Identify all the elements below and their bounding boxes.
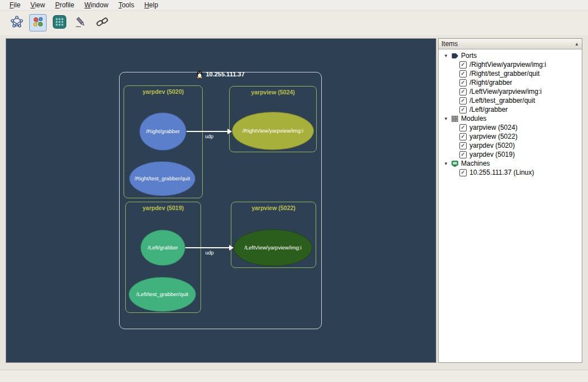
tree-item-label: yarpview (5024) <box>470 124 517 131</box>
modules-group-icon <box>451 115 459 122</box>
link-icon <box>95 15 109 30</box>
tree-item-label: /Left/test_grabber/quit <box>470 97 535 104</box>
tree-item-label: 10.255.111.37 (Linux) <box>470 169 534 176</box>
tree-item-port[interactable]: ✓ /Left/test_grabber/quit <box>439 96 582 105</box>
tree-item-module[interactable]: ✓ yarpview (5024) <box>439 123 582 132</box>
menu-view[interactable]: View <box>25 0 50 11</box>
checkbox[interactable]: ✓ <box>459 70 467 78</box>
tree-item-port[interactable]: ✓ /RightView/yarpview/img:i <box>439 60 582 69</box>
menu-help[interactable]: Help <box>139 0 163 11</box>
port-label: /Left/grabber <box>148 245 178 251</box>
sort-arrow-icon[interactable]: ▲ <box>575 42 579 47</box>
edit-pen-icon <box>74 15 88 30</box>
machines-group-icon <box>451 160 459 167</box>
connection-protocol: udp <box>185 250 234 256</box>
ports-group-icon <box>451 52 459 60</box>
tree-item-label: yarpdev (5020) <box>470 142 515 149</box>
tree-item-label: /Right/test_grabber/quit <box>470 70 540 78</box>
tree-item-label: /Right/grabber <box>470 79 512 87</box>
tree-item-port[interactable]: ✓ /Right/test_grabber/quit <box>439 69 582 78</box>
port-node-rightview-img[interactable]: /RightView/yarpview/img:i <box>232 112 314 150</box>
network-graph-button[interactable] <box>8 14 25 31</box>
subgraph-icon <box>52 15 67 31</box>
checkbox[interactable]: ✓ <box>459 124 467 131</box>
tree-item-label: /RightView/yarpview/img:i <box>470 61 546 69</box>
port-node-right-grabber[interactable]: /Right/grabber <box>139 112 186 151</box>
tree-group-label: Modules <box>461 115 486 122</box>
machine-title: 10.255.111.37 <box>120 69 321 79</box>
checkbox[interactable]: ✓ <box>459 88 467 96</box>
app-window: File View Profile Window Tools Help <box>0 0 588 382</box>
tree-item-module[interactable]: ✓ yarpview (5022) <box>439 132 582 141</box>
checkbox[interactable]: ✓ <box>459 169 467 176</box>
port-node-right-test-grabber-quit[interactable]: /Right/test_grabber/quit <box>129 161 195 196</box>
tree-item-label: yarpview (5022) <box>470 133 517 140</box>
port-label: /Right/test_grabber/quit <box>135 176 190 181</box>
tree-group-ports[interactable]: ▼ Ports <box>439 51 582 60</box>
port-node-left-grabber[interactable]: /Left/grabber <box>140 230 185 266</box>
linux-tux-icon <box>196 70 203 79</box>
colored-cluster-icon <box>31 15 45 30</box>
tree-item-port[interactable]: ✓ /LeftView/yarpview/img:i <box>439 87 582 96</box>
checkbox[interactable]: ✓ <box>459 97 467 104</box>
port-node-left-test-grabber-quit[interactable]: /Left/test_grabber/quit <box>129 277 196 312</box>
port-label: /RightView/yarpview/img:i <box>243 128 303 134</box>
module-title: yarpdev (5020) <box>124 88 202 95</box>
port-label: /LeftView/yarpview/img:i <box>244 245 302 251</box>
port-label: /Right/grabber <box>146 129 180 134</box>
connection-protocol: udp <box>186 134 232 139</box>
items-panel-header[interactable]: Items ▲ <box>439 39 582 49</box>
connection-left[interactable]: udp <box>185 245 234 257</box>
items-panel-title: Items <box>441 40 575 48</box>
connection-line <box>186 131 229 132</box>
tree-group-label: Machines <box>461 160 490 167</box>
subgraph-button[interactable] <box>51 14 68 31</box>
tree-item-port[interactable]: ✓ /Left/grabber <box>439 105 582 114</box>
tree-item-machine[interactable]: ✓ 10.255.111.37 (Linux) <box>439 168 582 177</box>
items-panel: Items ▲ ▼ Ports ✓ /RightView/yarpview/im… <box>438 38 582 363</box>
tree-item-port[interactable]: ✓ /Right/grabber <box>439 78 582 87</box>
colored-cluster-button[interactable] <box>29 14 47 31</box>
menubar: File View Profile Window Tools Help <box>0 0 588 11</box>
module-title: yarpdev (5019) <box>126 204 200 211</box>
tree-item-label: yarpdev (5019) <box>470 151 515 158</box>
tree-item-module[interactable]: ✓ yarpdev (5019) <box>439 150 582 159</box>
expander-icon[interactable]: ▼ <box>443 161 449 166</box>
module-title: yarpview (5024) <box>230 89 316 96</box>
statusbar <box>0 370 588 382</box>
expander-icon[interactable]: ▼ <box>443 53 449 58</box>
checkbox[interactable]: ✓ <box>459 151 467 158</box>
tree-item-label: /Left/grabber <box>470 106 508 113</box>
checkbox[interactable]: ✓ <box>459 142 467 149</box>
checkbox[interactable]: ✓ <box>459 79 467 87</box>
machine-label: 10.255.111.37 <box>206 71 244 78</box>
graph-canvas[interactable]: 10.255.111.37 yarpdev (5020) yarpview (5… <box>6 38 436 363</box>
checkbox[interactable]: ✓ <box>459 61 467 69</box>
network-graph-icon <box>10 15 24 30</box>
tree-group-modules[interactable]: ▼ Modules <box>439 114 582 123</box>
menu-tools[interactable]: Tools <box>113 0 139 11</box>
tree-group-label: Ports <box>461 52 477 60</box>
port-label: /Left/test_grabber/quit <box>136 292 188 297</box>
port-node-leftview-img[interactable]: /LeftView/yarpview/img:i <box>234 229 312 266</box>
tree-item-module[interactable]: ✓ yarpdev (5020) <box>439 141 582 150</box>
tree-group-machines[interactable]: ▼ Machines <box>439 159 582 168</box>
toolbar <box>0 11 588 35</box>
module-title: yarpview (5022) <box>231 204 316 211</box>
connection-line <box>185 247 230 248</box>
checkbox[interactable]: ✓ <box>459 133 467 140</box>
menu-file[interactable]: File <box>4 0 25 11</box>
expander-icon[interactable]: ▼ <box>443 116 449 121</box>
link-button[interactable] <box>93 14 111 31</box>
edit-pen-button[interactable] <box>72 14 89 31</box>
connection-right[interactable]: udp <box>186 129 232 141</box>
items-tree: ▼ Ports ✓ /RightView/yarpview/img:i ✓ /R… <box>439 49 582 362</box>
menu-window[interactable]: Window <box>79 0 113 11</box>
menu-profile[interactable]: Profile <box>50 0 79 11</box>
checkbox[interactable]: ✓ <box>459 106 467 113</box>
tree-item-label: /LeftView/yarpview/img:i <box>470 88 542 96</box>
